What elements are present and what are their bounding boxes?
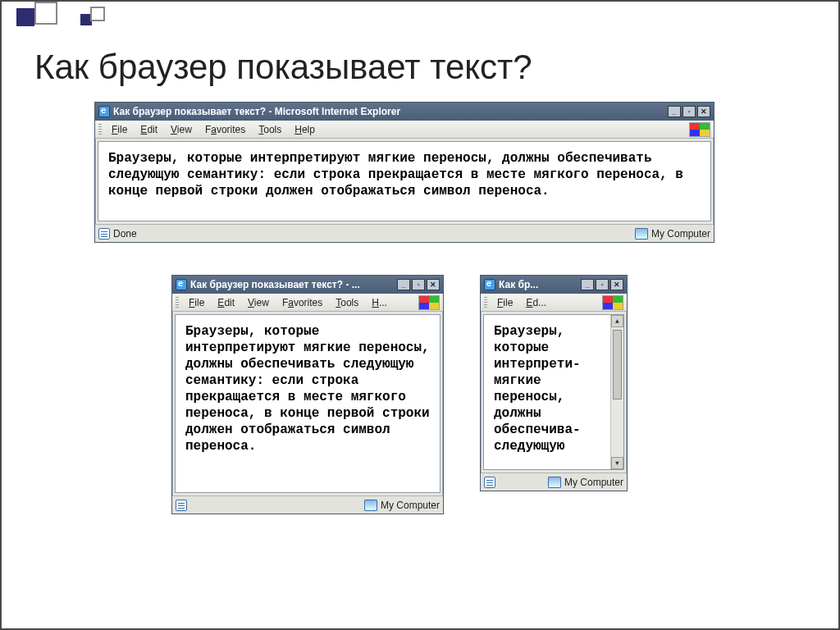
minimize-button[interactable]: _ [668,106,681,117]
menu-help[interactable]: Help [290,122,320,137]
close-button[interactable]: ✕ [697,106,710,117]
my-computer-icon [635,228,648,240]
page-content: Браузеры, которые интерпрети‑ мягкие пер… [483,314,624,470]
titlebar[interactable]: Как браузер показывает текст? - Microsof… [95,103,714,121]
scroll-thumb[interactable] [613,330,622,399]
menu-view[interactable]: View [243,295,274,310]
menubar: File Ed... [481,294,627,312]
page-icon [98,228,110,240]
menu-tools[interactable]: Tools [331,295,363,310]
menu-edit[interactable]: Edit [135,122,162,137]
ie-icon [98,106,110,117]
window-title: Как браузер показывает текст? - Microsof… [113,106,668,117]
close-button[interactable]: ✕ [427,279,440,290]
windows-flag-icon [689,122,710,137]
windows-flag-icon [602,295,623,310]
menu-file[interactable]: FFileile [107,122,132,137]
zone-text: My Computer [564,477,623,488]
zone-text: My Computer [651,228,710,240]
menu-tools[interactable]: Tools [253,122,286,137]
window-title: Как браузер показывает текст? - ... [190,279,397,290]
page-icon [484,477,495,488]
menubar: File Edit View Favorites Tools H... [172,294,443,312]
body-text: Браузеры, которые интерпретируют мягкие … [185,324,430,454]
menu-view[interactable]: View [166,122,197,137]
grip-icon [484,297,487,308]
my-computer-icon [548,477,561,488]
slide-frame: Как браузер показывает текст? Как браузе… [0,0,840,630]
vertical-scrollbar[interactable]: ▲ ▼ [610,315,623,469]
windows-flag-icon [418,295,440,310]
ie-window-large: Как браузер показывает текст? - Microsof… [94,102,714,243]
menu-edit[interactable]: Ed... [521,295,551,310]
page-content: Браузеры, которые интерпретируют мягкие … [98,141,711,221]
grip-icon [98,124,102,135]
statusbar: Done My Computer [95,224,714,242]
status-text: Done [113,228,137,240]
ie-icon [176,279,187,290]
scroll-down-button[interactable]: ▼ [611,457,623,469]
close-button[interactable]: ✕ [610,279,623,290]
maximize-button[interactable]: ▫ [682,106,696,117]
titlebar[interactable]: Как бр... _ ▫ ✕ [481,276,627,294]
menu-favorites[interactable]: Favorites [200,122,250,137]
statusbar: My Computer [481,472,627,491]
menu-edit[interactable]: Edit [212,295,240,310]
body-text: Браузеры, которые интерпрети‑ мягкие пер… [494,324,581,454]
minimize-button[interactable]: _ [581,279,594,290]
statusbar: My Computer [172,495,443,514]
window-title: Как бр... [499,279,581,290]
ie-window-medium: Как браузер показывает текст? - ... _ ▫ … [171,275,444,514]
maximize-button[interactable]: ▫ [596,279,609,290]
titlebar[interactable]: Как браузер показывает текст? - ... _ ▫ … [172,276,443,294]
minimize-button[interactable]: _ [397,279,410,290]
ie-window-small: Как бр... _ ▫ ✕ File Ed... Браузеры, кот… [480,275,628,491]
decoration [2,2,116,41]
menu-file[interactable]: File [492,295,518,310]
menu-favorites[interactable]: Favorites [277,295,327,310]
zone-text: My Computer [381,500,440,511]
page-content: Браузеры, которые интерпретируют мягкие … [175,314,441,493]
slide-title: Как браузер показывает текст? [34,48,532,87]
page-icon [176,500,187,511]
body-text: Браузеры, которые интерпретируют мягкие … [108,151,683,199]
ie-icon [484,279,495,290]
my-computer-icon [364,500,377,511]
menu-file[interactable]: File [184,295,209,310]
menu-help[interactable]: H... [367,295,392,310]
scroll-up-button[interactable]: ▲ [611,315,623,327]
grip-icon [176,297,179,308]
menubar: FFileile Edit View Favorites Tools Help [95,121,714,139]
maximize-button[interactable]: ▫ [412,279,425,290]
